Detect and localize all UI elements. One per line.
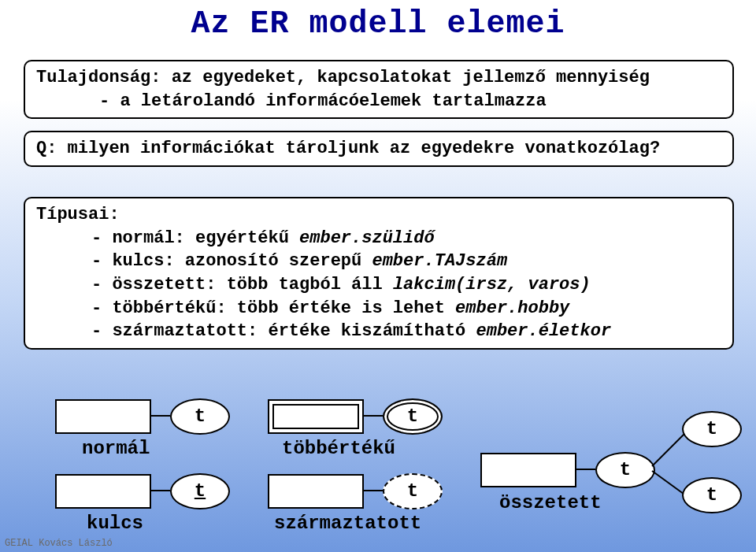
oval-letter: t xyxy=(706,486,717,505)
entity-rect-key xyxy=(55,474,151,509)
type-example: ember.szülidő xyxy=(299,228,435,248)
oval-letter: t xyxy=(195,482,206,501)
attribute-oval-key: t xyxy=(170,473,230,509)
label-normal: normál xyxy=(82,438,150,459)
property-line-1: Tulajdonság: az egyedeket, kapcsolatokat… xyxy=(36,66,721,90)
oval-letter: t xyxy=(407,407,418,426)
type-item-derived: származtatott: értéke kiszámítható ember… xyxy=(91,320,721,343)
oval-letter: t xyxy=(195,407,206,426)
svg-line-0 xyxy=(652,432,687,466)
attribute-oval-composite-child: t xyxy=(682,477,742,513)
oval-letter: t xyxy=(620,461,631,480)
label-composite: összetett xyxy=(499,492,602,513)
connector-line xyxy=(150,415,170,417)
type-example: lakcim(irsz, varos) xyxy=(393,275,591,295)
label-multi: többértékű xyxy=(282,438,395,459)
author-footer: GEIAL Kovács László xyxy=(5,538,113,549)
type-item-multi: többértékű: több értéke is lehet ember.h… xyxy=(91,297,721,320)
property-definition-box: Tulajdonság: az egyedeket, kapcsolatokat… xyxy=(24,60,734,119)
type-example: ember.TAJszám xyxy=(372,251,507,271)
type-text: származtatott: értéke kiszámítható xyxy=(112,321,476,341)
type-text: többértékű: több értéke is lehet xyxy=(112,298,455,318)
type-text: normál: egyértékű xyxy=(112,228,299,248)
attribute-oval-multi: t xyxy=(383,398,443,435)
type-text: összetett: több tagból áll xyxy=(112,275,392,295)
connector-line xyxy=(150,490,170,491)
label-key: kulcs xyxy=(87,513,143,534)
attribute-oval-composite-child: t xyxy=(682,411,742,447)
connector-line xyxy=(362,415,383,417)
property-line-2: - a letárolandó informácóelemek tartalma… xyxy=(36,90,721,113)
type-item-key: kulcs: azonosító szerepű ember.TAJszám xyxy=(91,250,721,273)
connector-line xyxy=(575,469,595,470)
oval-letter: t xyxy=(407,482,418,501)
question-text: Q: milyen információkat tároljunk az egy… xyxy=(36,139,660,158)
entity-rect-normal xyxy=(55,399,151,434)
types-box: Típusai: normál: egyértékű ember.szülidő… xyxy=(24,197,734,350)
label-derived: származtatott xyxy=(274,513,421,534)
entity-rect-derived xyxy=(268,474,364,509)
type-example: ember.életkor xyxy=(476,321,611,341)
entity-rect-composite xyxy=(480,453,576,487)
page-title: Az ER modell elemei xyxy=(0,6,756,42)
types-list: normál: egyértékű ember.szülidő kulcs: a… xyxy=(36,227,721,343)
oval-letter: t xyxy=(706,420,717,439)
attribute-oval-derived: t xyxy=(383,473,443,509)
type-item-normal: normál: egyértékű ember.szülidő xyxy=(91,227,721,250)
types-heading: Típusai: xyxy=(36,205,120,224)
connector-line xyxy=(362,490,383,491)
entity-rect-multi xyxy=(268,399,364,434)
attribute-oval-normal: t xyxy=(170,398,230,435)
type-example: ember.hobby xyxy=(455,298,569,318)
question-box: Q: milyen információkat tároljunk az egy… xyxy=(24,131,734,167)
type-item-composite: összetett: több tagból áll lakcim(irsz, … xyxy=(91,273,721,297)
type-text: kulcs: azonosító szerepű xyxy=(112,251,361,271)
